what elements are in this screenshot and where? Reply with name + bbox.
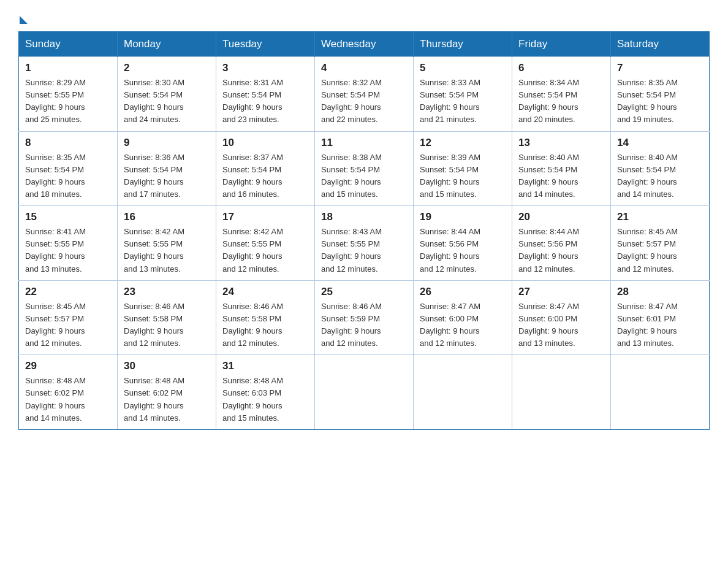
calendar-week-row: 29Sunrise: 8:48 AMSunset: 6:02 PMDayligh… (19, 355, 710, 430)
calendar-week-row: 15Sunrise: 8:41 AMSunset: 5:55 PMDayligh… (19, 206, 710, 281)
day-info: Sunrise: 8:40 AMSunset: 5:54 PMDaylight:… (617, 153, 678, 199)
calendar-day-cell: 7Sunrise: 8:35 AMSunset: 5:54 PMDaylight… (611, 57, 710, 132)
calendar-day-cell: 19Sunrise: 8:44 AMSunset: 5:56 PMDayligh… (414, 206, 512, 281)
day-info: Sunrise: 8:33 AMSunset: 5:54 PMDaylight:… (420, 78, 480, 124)
calendar-day-cell: 18Sunrise: 8:43 AMSunset: 5:55 PMDayligh… (315, 206, 414, 281)
calendar-day-cell: 3Sunrise: 8:31 AMSunset: 5:54 PMDaylight… (216, 57, 315, 132)
calendar-table: SundayMondayTuesdayWednesdayThursdayFrid… (18, 31, 710, 430)
calendar-day-cell: 17Sunrise: 8:42 AMSunset: 5:55 PMDayligh… (216, 206, 315, 281)
day-number: 24 (222, 286, 308, 298)
calendar-day-cell: 20Sunrise: 8:44 AMSunset: 5:56 PMDayligh… (512, 206, 611, 281)
logo (18, 12, 28, 20)
calendar-day-cell: 14Sunrise: 8:40 AMSunset: 5:54 PMDayligh… (611, 131, 710, 206)
calendar-day-cell: 13Sunrise: 8:40 AMSunset: 5:54 PMDayligh… (512, 131, 611, 206)
day-number: 28 (617, 286, 703, 298)
calendar-day-cell: 22Sunrise: 8:45 AMSunset: 5:57 PMDayligh… (19, 280, 118, 355)
calendar-day-cell: 27Sunrise: 8:47 AMSunset: 6:00 PMDayligh… (512, 280, 611, 355)
day-info: Sunrise: 8:34 AMSunset: 5:54 PMDaylight:… (518, 78, 579, 124)
day-number: 3 (222, 62, 308, 74)
day-info: Sunrise: 8:47 AMSunset: 6:00 PMDaylight:… (518, 302, 579, 348)
day-number: 21 (617, 211, 703, 223)
day-number: 27 (518, 286, 604, 298)
day-info: Sunrise: 8:48 AMSunset: 6:02 PMDaylight:… (25, 376, 86, 422)
day-info: Sunrise: 8:41 AMSunset: 5:55 PMDaylight:… (25, 227, 86, 273)
day-number: 13 (518, 137, 604, 149)
day-number: 25 (321, 286, 407, 298)
day-number: 16 (124, 211, 210, 223)
day-info: Sunrise: 8:29 AMSunset: 5:55 PMDaylight:… (25, 78, 86, 124)
day-info: Sunrise: 8:35 AMSunset: 5:54 PMDaylight:… (617, 78, 678, 124)
calendar-day-cell: 8Sunrise: 8:35 AMSunset: 5:54 PMDaylight… (19, 131, 118, 206)
calendar-day-cell: 6Sunrise: 8:34 AMSunset: 5:54 PMDaylight… (512, 57, 611, 132)
calendar-day-cell: 2Sunrise: 8:30 AMSunset: 5:54 PMDaylight… (118, 57, 216, 132)
day-info: Sunrise: 8:48 AMSunset: 6:02 PMDaylight:… (124, 376, 184, 422)
day-info: Sunrise: 8:47 AMSunset: 6:00 PMDaylight:… (420, 302, 480, 348)
day-number: 31 (222, 360, 308, 372)
calendar-day-cell: 29Sunrise: 8:48 AMSunset: 6:02 PMDayligh… (19, 355, 118, 430)
calendar-day-cell: 5Sunrise: 8:33 AMSunset: 5:54 PMDaylight… (414, 57, 512, 132)
calendar-day-cell: 31Sunrise: 8:48 AMSunset: 6:03 PMDayligh… (216, 355, 315, 430)
day-info: Sunrise: 8:46 AMSunset: 5:58 PMDaylight:… (124, 302, 184, 348)
calendar-day-cell (611, 355, 710, 430)
day-of-week-header: Saturday (611, 32, 710, 57)
calendar-day-cell: 23Sunrise: 8:46 AMSunset: 5:58 PMDayligh… (118, 280, 216, 355)
day-number: 15 (25, 211, 111, 223)
day-number: 30 (124, 360, 210, 372)
day-info: Sunrise: 8:32 AMSunset: 5:54 PMDaylight:… (321, 78, 382, 124)
calendar-day-cell: 16Sunrise: 8:42 AMSunset: 5:55 PMDayligh… (118, 206, 216, 281)
calendar-day-cell (512, 355, 611, 430)
day-info: Sunrise: 8:37 AMSunset: 5:54 PMDaylight:… (222, 153, 283, 199)
day-number: 23 (124, 286, 210, 298)
day-info: Sunrise: 8:45 AMSunset: 5:57 PMDaylight:… (25, 302, 86, 348)
day-number: 12 (420, 137, 506, 149)
day-number: 2 (124, 62, 210, 74)
day-of-week-header: Sunday (19, 32, 118, 57)
day-number: 20 (518, 211, 604, 223)
day-number: 29 (25, 360, 111, 372)
calendar-day-cell: 12Sunrise: 8:39 AMSunset: 5:54 PMDayligh… (414, 131, 512, 206)
day-info: Sunrise: 8:42 AMSunset: 5:55 PMDaylight:… (222, 227, 283, 273)
calendar-day-cell: 4Sunrise: 8:32 AMSunset: 5:54 PMDaylight… (315, 57, 414, 132)
calendar-day-cell: 21Sunrise: 8:45 AMSunset: 5:57 PMDayligh… (611, 206, 710, 281)
day-info: Sunrise: 8:44 AMSunset: 5:56 PMDaylight:… (518, 227, 579, 273)
day-info: Sunrise: 8:46 AMSunset: 5:59 PMDaylight:… (321, 302, 382, 348)
day-number: 18 (321, 211, 407, 223)
calendar-day-cell: 15Sunrise: 8:41 AMSunset: 5:55 PMDayligh… (19, 206, 118, 281)
day-number: 9 (124, 137, 210, 149)
calendar-day-cell: 10Sunrise: 8:37 AMSunset: 5:54 PMDayligh… (216, 131, 315, 206)
calendar-day-cell: 28Sunrise: 8:47 AMSunset: 6:01 PMDayligh… (611, 280, 710, 355)
day-number: 19 (420, 211, 506, 223)
day-number: 1 (25, 62, 111, 74)
day-info: Sunrise: 8:43 AMSunset: 5:55 PMDaylight:… (321, 227, 382, 273)
calendar-week-row: 22Sunrise: 8:45 AMSunset: 5:57 PMDayligh… (19, 280, 710, 355)
day-of-week-header: Friday (512, 32, 611, 57)
day-number: 5 (420, 62, 506, 74)
calendar-week-row: 1Sunrise: 8:29 AMSunset: 5:55 PMDaylight… (19, 57, 710, 132)
day-number: 4 (321, 62, 407, 74)
day-number: 22 (25, 286, 111, 298)
day-number: 10 (222, 137, 308, 149)
day-number: 8 (25, 137, 111, 149)
day-number: 6 (518, 62, 604, 74)
day-number: 7 (617, 62, 703, 74)
day-of-week-header: Tuesday (216, 32, 315, 57)
calendar-day-cell: 25Sunrise: 8:46 AMSunset: 5:59 PMDayligh… (315, 280, 414, 355)
calendar-day-cell: 26Sunrise: 8:47 AMSunset: 6:00 PMDayligh… (414, 280, 512, 355)
calendar-week-row: 8Sunrise: 8:35 AMSunset: 5:54 PMDaylight… (19, 131, 710, 206)
day-number: 14 (617, 137, 703, 149)
page-header (18, 12, 710, 20)
day-of-week-header: Thursday (414, 32, 512, 57)
calendar-day-cell (414, 355, 512, 430)
logo-chevron-icon (20, 16, 28, 24)
day-of-week-header: Monday (118, 32, 216, 57)
day-info: Sunrise: 8:48 AMSunset: 6:03 PMDaylight:… (222, 376, 283, 422)
day-info: Sunrise: 8:35 AMSunset: 5:54 PMDaylight:… (25, 153, 86, 199)
day-info: Sunrise: 8:31 AMSunset: 5:54 PMDaylight:… (222, 78, 283, 124)
calendar-day-cell: 9Sunrise: 8:36 AMSunset: 5:54 PMDaylight… (118, 131, 216, 206)
day-of-week-header: Wednesday (315, 32, 414, 57)
calendar-day-cell: 11Sunrise: 8:38 AMSunset: 5:54 PMDayligh… (315, 131, 414, 206)
day-info: Sunrise: 8:36 AMSunset: 5:54 PMDaylight:… (124, 153, 184, 199)
calendar-day-cell: 30Sunrise: 8:48 AMSunset: 6:02 PMDayligh… (118, 355, 216, 430)
day-number: 11 (321, 137, 407, 149)
day-info: Sunrise: 8:38 AMSunset: 5:54 PMDaylight:… (321, 153, 382, 199)
